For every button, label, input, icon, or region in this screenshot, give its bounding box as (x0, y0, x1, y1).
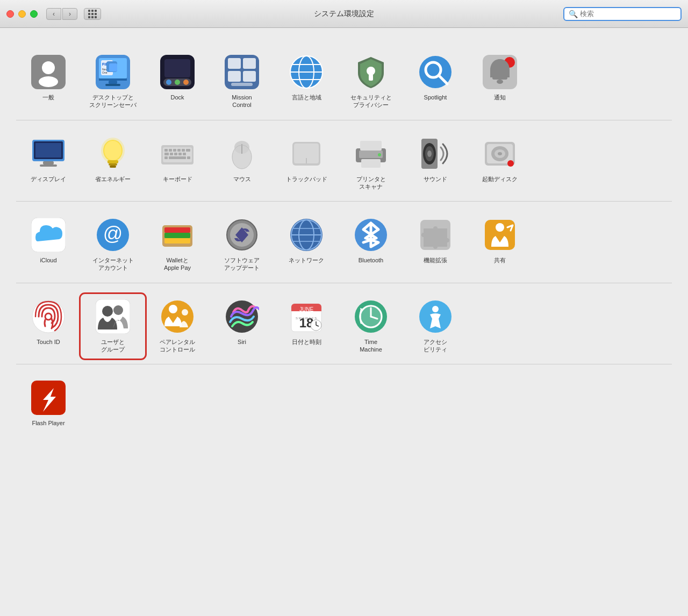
svg-rect-98 (164, 238, 190, 243)
svg-point-91 (507, 160, 514, 167)
pref-sound[interactable]: サウンド (403, 131, 468, 196)
search-box[interactable]: 🔍 (563, 7, 682, 21)
svg-rect-25 (243, 71, 256, 82)
minimize-button[interactable] (18, 10, 26, 18)
svg-rect-78 (360, 141, 382, 151)
svg-point-33 (367, 67, 375, 75)
maximize-button[interactable] (30, 10, 38, 18)
network-label: ネットワーク (289, 256, 324, 264)
pref-icloud[interactable]: iCloud (16, 212, 81, 277)
accessibility-label: アクセシビリティ (424, 338, 447, 354)
svg-rect-40 (492, 76, 507, 80)
bluetooth-icon (354, 218, 388, 252)
pref-wallet[interactable]: WalletとApple Pay (145, 212, 210, 277)
pref-notifications[interactable]: 通知 (468, 49, 532, 114)
pref-internet-accounts[interactable]: @ インターネットアカウント (81, 212, 145, 277)
svg-point-52 (104, 141, 121, 160)
pref-parental-controls[interactable]: ペアレンタルコントロール (145, 294, 210, 359)
svg-rect-58 (177, 149, 181, 152)
svg-point-19 (175, 80, 180, 85)
pref-extensions[interactable]: 機能拡張 (403, 212, 468, 277)
pref-time-machine[interactable]: TimeMachine (339, 294, 403, 359)
pref-displays[interactable]: ディスプレイ (16, 131, 81, 196)
svg-point-80 (378, 153, 381, 156)
svg-rect-45 (40, 164, 57, 167)
language-label: 言語と地域 (292, 94, 321, 101)
svg-rect-68 (187, 156, 190, 159)
mission-control-label: MissionControl (232, 94, 252, 109)
search-input[interactable] (580, 10, 676, 18)
svg-rect-55 (164, 149, 168, 152)
pref-keyboard[interactable]: キーボード (145, 131, 210, 196)
pref-energy[interactable]: 省エネルギー (81, 131, 145, 196)
pref-trackpad[interactable]: トラックパッド (274, 131, 339, 196)
forward-button[interactable]: › (62, 8, 77, 20)
svg-point-138 (432, 306, 439, 312)
svg-rect-46 (35, 143, 61, 157)
touch-id-label: Touch ID (37, 338, 60, 346)
window-title: システム環境設定 (314, 9, 374, 19)
svg-rect-61 (164, 153, 169, 155)
all-prefs-button[interactable] (84, 8, 101, 20)
dock-label: Dock (170, 94, 184, 101)
svg-rect-44 (43, 161, 54, 164)
pref-network[interactable]: ネットワーク (274, 212, 339, 277)
pref-mouse[interactable]: マウス (210, 131, 274, 196)
svg-rect-62 (170, 153, 173, 155)
pref-date-time[interactable]: 18 JUNE S M T W T F S 日付と時刻 (274, 294, 339, 359)
icloud-icon (31, 218, 66, 252)
close-button[interactable] (6, 10, 14, 18)
svg-rect-34 (369, 74, 373, 81)
svg-rect-26 (231, 83, 253, 86)
svg-rect-6 (109, 81, 117, 84)
svg-point-41 (497, 80, 503, 84)
printers-label: プリンタとスキャナ (356, 175, 386, 191)
sound-label: サウンド (424, 175, 447, 183)
flash-player-icon (31, 381, 66, 415)
general-label: 一般 (42, 94, 54, 101)
pref-flash-player[interactable]: Flash Player (16, 375, 81, 432)
startup-disk-icon (483, 137, 517, 171)
security-label: セキュリティとプライバシー (350, 94, 392, 109)
pref-general[interactable]: 一般 (16, 49, 81, 114)
pref-accessibility[interactable]: アクセシビリティ (403, 294, 468, 359)
pref-bluetooth[interactable]: Bluetooth (339, 212, 403, 277)
pref-software-update[interactable]: ソフトウェアアップデート (210, 212, 274, 277)
pref-mission-control[interactable]: MissionControl (210, 49, 274, 114)
svg-text:JUNE: JUNE (299, 306, 313, 312)
pref-dock[interactable]: Dock (145, 49, 210, 114)
time-machine-icon (354, 299, 388, 334)
svg-point-2 (39, 76, 58, 87)
pref-touch-id[interactable]: Touch ID (16, 294, 81, 359)
pref-spotlight[interactable]: Spotlight (403, 49, 468, 114)
svg-rect-59 (182, 149, 185, 152)
desktop-label: デスクトップとスクリーンセーバ (89, 94, 137, 109)
pref-security[interactable]: セキュリティとプライバシー (339, 49, 403, 114)
pref-language[interactable]: 言語と地域 (274, 49, 339, 114)
back-button[interactable]: ‹ (46, 8, 61, 20)
dock-icon (160, 55, 195, 89)
titlebar: ‹ › システム環境設定 🔍 (0, 0, 688, 28)
svg-rect-16 (164, 59, 190, 77)
svg-rect-96 (164, 227, 190, 233)
printers-icon (354, 137, 388, 171)
pref-desktop[interactable]: File New One デスクトップとスクリーンセーバ (81, 49, 145, 114)
displays-icon (31, 137, 66, 171)
parental-controls-icon (160, 299, 195, 334)
extensions-label: 機能拡張 (424, 256, 447, 264)
svg-rect-65 (183, 153, 186, 155)
pref-sharing[interactable]: 共有 (468, 212, 532, 277)
icloud-label: iCloud (40, 256, 56, 264)
pref-startup-disk[interactable]: 起動ディスク (468, 131, 532, 196)
pref-siri[interactable]: Siri (210, 294, 274, 359)
svg-point-120 (182, 309, 188, 316)
section-other: Flash Player (16, 364, 672, 438)
svg-point-85 (427, 151, 432, 157)
pref-users-groups[interactable]: ユーザとグループ (81, 294, 145, 359)
mission-control-icon (225, 55, 259, 89)
pref-printers[interactable]: プリンタとスキャナ (339, 131, 403, 196)
wallet-label: WalletとApple Pay (164, 256, 191, 272)
svg-rect-64 (178, 153, 182, 155)
svg-rect-97 (164, 233, 190, 238)
svg-point-119 (169, 305, 177, 313)
